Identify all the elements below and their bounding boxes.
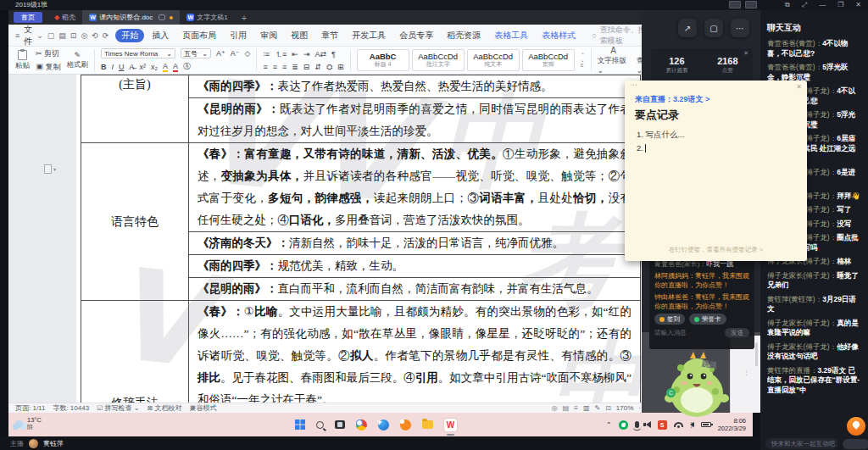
chat-message[interactable]: 青萱爸爸(青萱)：5浮光跃金，静影沉璧: [767, 63, 862, 82]
new-tab-button[interactable]: +: [242, 13, 247, 23]
window-preview-icon[interactable]: [745, 1, 757, 8]
chat-message[interactable]: 青萱爸爸(青萱)：4不以物喜，不以己悲?: [767, 39, 862, 58]
justify-icon[interactable]: ≣: [292, 63, 298, 71]
window-preview-icon[interactable]: [729, 1, 741, 8]
wps-tab-稻壳[interactable]: ◆稻壳: [47, 10, 82, 25]
menu-tab-页面布局[interactable]: 页面布局: [176, 29, 222, 42]
note-line-2[interactable]: 2.: [637, 143, 646, 153]
close-icon[interactable]: ✕: [855, 0, 861, 10]
outline-view-icon[interactable]: ≡: [574, 404, 578, 412]
number-list-icon[interactable]: ⒈≡: [275, 49, 287, 60]
underline-button[interactable]: U: [119, 63, 125, 71]
borders-icon[interactable]: ⊞: [337, 63, 344, 71]
clear-format-icon[interactable]: ◇: [245, 49, 251, 58]
wps-tab-文字文稿1[interactable]: W文字文稿1: [180, 10, 234, 25]
save-icon[interactable]: ▤: [58, 31, 66, 40]
tray-green-app-icon[interactable]: [619, 420, 628, 430]
menu-tab-表格样式[interactable]: 表格样式: [536, 29, 581, 42]
new-doc-icon[interactable]: ▢: [47, 31, 55, 40]
resize-icon[interactable]: ⤢: [802, 0, 807, 10]
grow-font-icon[interactable]: A⁺: [216, 49, 225, 58]
shrink-font-icon[interactable]: A⁻: [231, 49, 240, 58]
bold-button[interactable]: B: [101, 63, 107, 71]
taskbar-chrome-icon[interactable]: [356, 419, 367, 431]
print-icon[interactable]: ⊡: [70, 31, 77, 40]
table-cell[interactable]: 《春》：①比喻。文中运用大量比喻，且都颇为精妙。有的突出景物的色彩，如“红的像火…: [189, 301, 641, 403]
menu-tab-开始[interactable]: 开始: [115, 29, 144, 42]
indent-icon[interactable]: ⇥: [303, 50, 310, 58]
page-view-icon[interactable]: ▤: [563, 404, 570, 412]
redo-icon[interactable]: ⟳: [103, 31, 109, 40]
strikethrough-button[interactable]: A̶: [130, 63, 135, 71]
taskbar-file-explorer-icon[interactable]: [422, 420, 433, 429]
outdent-icon[interactable]: ⇤: [292, 50, 298, 58]
shading-icon[interactable]: ⛭: [326, 63, 332, 72]
menu-tab-插入[interactable]: 插入: [146, 29, 175, 42]
document-page[interactable]: VV 中 考 V 中 (主旨)《雨的四季》：表达了作者热爱雨、热爱自然、热爱生活…: [76, 75, 642, 403]
font-color-button[interactable]: A: [173, 62, 178, 72]
share-screen-button[interactable]: ↗: [678, 19, 697, 37]
paste-button[interactable]: 粘贴: [15, 50, 30, 71]
taskbar-wps-icon[interactable]: W: [444, 419, 457, 431]
mascot[interactable]: 跳跳 C: [659, 349, 734, 424]
note-footer-link[interactable]: 在钉钉便签，查看所有便签记录 >: [625, 246, 807, 254]
cut-button[interactable]: ✂ 剪切: [36, 48, 61, 59]
menu-tab-开发工具[interactable]: 开发工具: [346, 29, 392, 42]
close-icon[interactable]: ✕: [743, 50, 748, 57]
荣誉卡-button[interactable]: 荣誉卡: [689, 314, 726, 325]
align-right-icon[interactable]: ≡: [282, 63, 287, 71]
page-indicator[interactable]: 页面: 1/11: [15, 403, 45, 413]
menu-tab-章节[interactable]: 章节: [315, 29, 344, 42]
sticky-note[interactable]: ⋯ ✕ 来自直播：3.29语文 > 要点记录 1. 写点什么... 2. 在钉钉…: [625, 81, 807, 261]
host-avatar[interactable]: [29, 439, 38, 448]
proofread-toggle[interactable]: ⊠ 文档校对: [147, 403, 181, 413]
study-notes-table[interactable]: (主旨)《雨的四季》：表达了作者热爱雨、热爱自然、热爱生活的美好情感。《昆明的雨…: [81, 75, 641, 403]
paragraph-mark-icon[interactable]: ¶: [331, 50, 336, 58]
align-center-icon[interactable]: ≡: [273, 63, 277, 71]
table-cell[interactable]: 《昆明的雨》：直白而平和，流利而自然，简洁而富有韵味，并富有生活气息。: [189, 278, 641, 301]
minimize-icon[interactable]: —: [819, 0, 826, 10]
style-页脚[interactable]: AaBbCcDd页脚: [522, 49, 575, 71]
line-spacing-icon[interactable]: ⇵: [314, 63, 321, 71]
zoom-level[interactable]: 170%: [616, 404, 633, 412]
style-纯文本[interactable]: AaBbCcDd纯文本: [467, 49, 520, 71]
superscript-button[interactable]: x²: [140, 63, 147, 71]
zoom-slider[interactable]: ·: [638, 404, 641, 412]
weather-widget[interactable]: 13°C 阴: [15, 417, 42, 431]
menu-tab-视图[interactable]: 视图: [285, 29, 314, 42]
tool-文字排版[interactable]: A文字排版 ⌄: [598, 47, 630, 75]
tray-speaker-icon[interactable]: [646, 421, 651, 428]
scrollbar[interactable]: [755, 342, 758, 366]
format-painter-button[interactable]: ✎ 格式刷: [67, 51, 89, 70]
menu-tab-引用[interactable]: 引用: [224, 29, 253, 42]
wps-tab-首页[interactable]: 首页: [14, 12, 42, 23]
font-size-select[interactable]: 五号⌄: [181, 48, 211, 58]
text-direction-icon[interactable]: A⇄: [314, 50, 326, 58]
align-left-icon[interactable]: ≡: [263, 63, 267, 71]
font-name-select[interactable]: Times New Roma⌄: [101, 48, 175, 58]
chat-message[interactable]: 黄钰萍(黄钰萍)：3月29日语文: [767, 295, 862, 314]
style-批注文字[interactable]: AaBbCcDd批注文字: [412, 49, 465, 71]
more-options-button[interactable]: ⋯: [731, 19, 749, 37]
hamburger-icon[interactable]: ≡: [15, 31, 19, 40]
word-count[interactable]: 字数: 10443: [53, 403, 89, 413]
chat-message[interactable]: 傅子龙家长(傅子龙)：真的是袁隆平说的嘛: [767, 319, 862, 338]
table-cell[interactable]: 《雨的四季》：表达了作者热爱雨、热爱自然、热爱生活的美好情感。: [189, 75, 641, 98]
char-border-button[interactable]: Ⓐ: [183, 61, 191, 72]
wps-tab-课内知识整合.doc[interactable]: W课内知识整合.doc: [82, 10, 180, 25]
distribute-icon[interactable]: ⊟: [303, 63, 310, 71]
table-cell[interactable]: 《春》：富有童趣，又带有诗的味道，清新、活泼、优美。①生动形象，避免抽象叙述，变…: [189, 143, 641, 232]
highlight-color-button[interactable]: A: [163, 62, 168, 72]
table-cell[interactable]: 《济南的冬天》：清新自然，韵味十足，活泼的日常语言，纯净而优雅。: [189, 232, 641, 255]
tray-chevron-up-icon[interactable]: ⌃: [606, 421, 612, 429]
copy-button[interactable]: ▣ 复制: [36, 62, 61, 73]
window-select-button[interactable]: ▢: [704, 19, 723, 37]
taskbar-search-icon[interactable]: [316, 421, 324, 429]
chat-input[interactable]: 快来和大家一起互动吧: [765, 438, 838, 449]
tray-microphone-icon[interactable]: [635, 421, 639, 428]
menu-tab-稻壳资源[interactable]: 稻壳资源: [441, 29, 487, 42]
italic-button[interactable]: I: [112, 63, 114, 71]
menu-tab-表格工具[interactable]: 表格工具: [488, 29, 534, 42]
subscript-button[interactable]: x₂: [151, 63, 158, 71]
read-view-icon[interactable]: ▥: [583, 404, 590, 412]
